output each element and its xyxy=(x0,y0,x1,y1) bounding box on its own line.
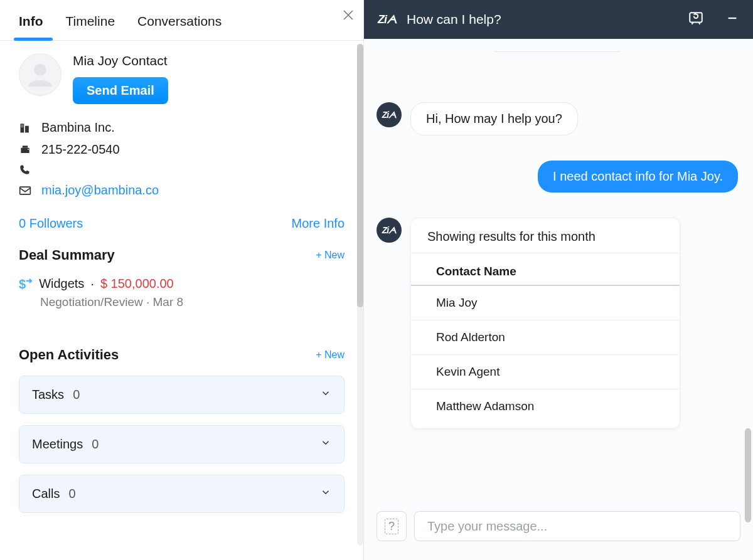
chat-help-button[interactable]: ? xyxy=(376,511,407,541)
call-row xyxy=(19,161,344,179)
detail-body: Mia Joy Contact Send Email Bambina Inc. … xyxy=(0,41,363,560)
svg-point-2 xyxy=(34,64,46,76)
activity-tasks[interactable]: Tasks 0 xyxy=(19,376,344,414)
chat-header-title: How can I help? xyxy=(407,12,501,27)
help-icon: ? xyxy=(385,519,398,534)
activities-new-button[interactable]: + New xyxy=(316,349,344,361)
email-row: mia.joy@bambina.co xyxy=(19,179,344,201)
deal-row[interactable]: $➜ Widgets · $ 150,000.00 xyxy=(19,276,344,292)
detail-tabs: Info Timeline Conversations xyxy=(0,0,363,41)
user-message-bubble: I need contact info for Mia Joy. xyxy=(538,161,738,193)
tab-info[interactable]: Info xyxy=(19,14,43,40)
deal-subline: Negotiation/Review · Mar 8 xyxy=(40,295,344,309)
svg-rect-5 xyxy=(21,125,22,125)
zia-logo-icon: Ziᗅ xyxy=(378,13,397,26)
chat-input-bar: ? xyxy=(364,502,753,560)
activity-meetings-count: 0 xyxy=(92,437,99,452)
svg-rect-9 xyxy=(21,147,29,152)
chevron-down-icon xyxy=(320,437,331,452)
chat-minimize-button[interactable] xyxy=(725,11,739,28)
chat-body: Ziᗅ Hi, How may I help you? I need conta… xyxy=(364,39,753,502)
open-activities-header: Open Activities + New xyxy=(19,347,344,363)
deal-name: Widgets xyxy=(39,277,84,291)
zia-avatar-icon: Ziᗅ xyxy=(376,102,402,127)
send-email-button[interactable]: Send Email xyxy=(73,77,168,104)
user-message-row: I need contact info for Mia Joy. xyxy=(376,161,738,193)
activity-meetings-label: Meetings xyxy=(32,437,83,452)
deal-summary-header: Deal Summary + New xyxy=(19,247,344,263)
activity-calls-count: 0 xyxy=(68,487,75,501)
followers-row: 0 Followers More Info xyxy=(19,213,344,247)
chevron-down-icon xyxy=(320,388,331,402)
bot-results-row: Ziᗅ Showing results for this month Conta… xyxy=(376,218,738,429)
svg-rect-12 xyxy=(20,187,31,194)
results-card: Showing results for this month Contact N… xyxy=(410,218,680,429)
close-icon xyxy=(341,8,356,23)
followers-link[interactable]: 0 Followers xyxy=(19,216,83,231)
company-value: Bambina Inc. xyxy=(41,120,115,135)
deal-date: Mar 8 xyxy=(153,295,184,309)
chat-divider xyxy=(494,51,620,52)
result-item[interactable]: Matthew Adamson xyxy=(411,389,680,423)
tab-conversations[interactable]: Conversations xyxy=(137,14,222,40)
deal-stage: Negotiation/Review xyxy=(40,295,143,309)
contact-avatar[interactable] xyxy=(19,53,61,96)
activity-calls-label: Calls xyxy=(32,487,60,501)
zia-chat-panel: Ziᗅ How can I help? Ziᗅ Hi, How may I he… xyxy=(364,0,753,560)
svg-rect-10 xyxy=(23,145,28,147)
scrollbar-thumb[interactable] xyxy=(357,44,363,307)
contact-info-list: Bambina Inc. 215-222-0540 mia.joy@bambin… xyxy=(19,117,344,201)
deal-summary-title: Deal Summary xyxy=(19,247,115,263)
result-item[interactable]: Kevin Agent xyxy=(411,355,680,389)
contact-detail-panel: Info Timeline Conversations Mia Joy Cont… xyxy=(0,0,364,560)
fax-icon xyxy=(19,144,33,156)
deal-amount: $ 150,000.00 xyxy=(100,277,174,291)
active-tab-underline xyxy=(14,38,53,41)
activity-calls[interactable]: Calls 0 xyxy=(19,475,344,513)
bot-message-row: Ziᗅ Hi, How may I help you? xyxy=(376,102,738,135)
activity-tasks-count: 0 xyxy=(73,388,80,402)
chat-refresh-button[interactable] xyxy=(688,10,704,29)
phone-icon[interactable] xyxy=(19,164,33,176)
phone-row: 215-222-0540 xyxy=(19,139,344,161)
open-activities-title: Open Activities xyxy=(19,347,119,363)
svg-rect-6 xyxy=(23,125,23,125)
svg-rect-4 xyxy=(25,125,29,132)
zia-avatar-icon: Ziᗅ xyxy=(376,218,402,243)
chevron-down-icon xyxy=(320,487,331,501)
phone-value: 215-222-0540 xyxy=(41,142,120,157)
result-item[interactable]: Mia Joy xyxy=(411,286,680,320)
scrollbar-thumb[interactable] xyxy=(745,428,751,522)
company-icon xyxy=(19,122,33,134)
results-title: Showing results for this month xyxy=(411,218,680,253)
chat-input[interactable] xyxy=(414,511,740,541)
contact-header: Mia Joy Contact Send Email xyxy=(19,53,344,104)
tab-timeline[interactable]: Timeline xyxy=(65,14,115,40)
result-item[interactable]: Rod Alderton xyxy=(411,320,680,355)
close-panel-button[interactable] xyxy=(341,8,356,25)
deal-new-button[interactable]: + New xyxy=(316,250,344,261)
svg-rect-7 xyxy=(21,126,22,127)
svg-rect-3 xyxy=(21,124,24,132)
avatar-placeholder-icon xyxy=(26,60,55,89)
more-info-link[interactable]: More Info xyxy=(292,216,344,231)
contact-name: Mia Joy Contact xyxy=(73,53,168,68)
svg-rect-8 xyxy=(23,126,23,127)
email-value[interactable]: mia.joy@bambina.co xyxy=(41,183,159,198)
bot-message-bubble: Hi, How may I help you? xyxy=(410,102,578,135)
deal-currency-icon: $➜ xyxy=(19,276,33,292)
results-column-header: Contact Name xyxy=(411,253,680,286)
activity-meetings[interactable]: Meetings 0 xyxy=(19,425,344,463)
company-row: Bambina Inc. xyxy=(19,117,344,139)
email-icon xyxy=(19,186,33,196)
chat-header: Ziᗅ How can I help? xyxy=(364,0,753,39)
deal-dot: · xyxy=(90,277,94,291)
svg-point-11 xyxy=(28,149,29,150)
activity-tasks-label: Tasks xyxy=(32,388,64,402)
